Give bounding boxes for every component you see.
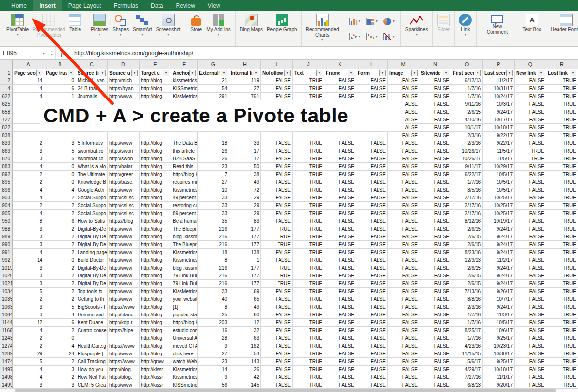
column-header-K[interactable]: K — [324, 60, 356, 69]
cell[interactable]: TRUE — [546, 178, 578, 186]
cell[interactable]: FALSE — [324, 77, 356, 85]
sparklines-button[interactable]: Sparklines▾ — [404, 13, 429, 37]
cell[interactable]: 2/6/15 — [451, 108, 483, 116]
column-header-J[interactable]: J — [293, 60, 324, 69]
cell[interactable]: 3 — [13, 241, 44, 249]
cell[interactable]: Kissmetrics — [171, 256, 198, 264]
tab-view[interactable]: View — [201, 0, 227, 11]
cell[interactable]: http://blog — [140, 256, 171, 264]
cell[interactable]: 49 percent — [171, 194, 198, 202]
cell[interactable]: 7/13/16 — [451, 288, 483, 295]
cell[interactable]: 2/6/15 — [451, 272, 483, 280]
cell[interactable]: FALSE — [515, 85, 546, 93]
cell[interactable]: FALSE — [356, 350, 388, 358]
cell[interactable]: 8 — [198, 303, 229, 311]
cell[interactable]: FALSE — [419, 124, 451, 132]
cell[interactable]: Journalis — [76, 93, 108, 100]
cell[interactable]: 2/3/16 — [451, 132, 483, 139]
cell[interactable]: TRUE — [546, 147, 578, 155]
cell[interactable]: TRUE — [546, 210, 578, 217]
cell[interactable]: FALSE — [388, 202, 419, 210]
cell[interactable]: KissMetrics — [171, 288, 198, 295]
cell[interactable]: FALSE — [324, 280, 356, 288]
cell[interactable] — [108, 334, 140, 342]
cell[interactable]: 8/23/16 — [451, 249, 483, 256]
cell[interactable]: 10/25/17 — [483, 194, 515, 202]
cell[interactable]: 8/5/16 — [451, 186, 483, 194]
cell[interactable]: FALSE — [356, 171, 388, 178]
cell[interactable]: 0 — [44, 163, 76, 171]
cell[interactable]: click here — [171, 350, 198, 358]
slicer-button[interactable]: Slicer — [436, 13, 451, 33]
cell[interactable]: The Blueprin — [171, 241, 198, 249]
cell[interactable]: FALSE — [388, 194, 419, 202]
header-cell[interactable]: New link▾ — [515, 69, 546, 77]
cell[interactable]: FALSE — [388, 241, 419, 249]
row-number[interactable]: 727 — [0, 116, 13, 124]
cell[interactable]: http://blog — [140, 147, 171, 155]
cell[interactable]: 29 — [229, 194, 261, 202]
cell[interactable]: TRUE — [546, 100, 578, 108]
cell[interactable]: 2/17/16 — [451, 210, 483, 217]
cell[interactable]: Michiel . van — [76, 77, 108, 85]
cell[interactable]: 2/6/15 — [451, 241, 483, 249]
header-cell[interactable]: Form▾ — [356, 69, 388, 77]
cell[interactable]: FALSE — [261, 342, 293, 350]
cell[interactable]: http://www — [108, 93, 140, 100]
cell[interactable]: TRUE — [293, 342, 324, 350]
row-number[interactable]: 839 — [0, 139, 13, 147]
cell[interactable]: 10/26/17 — [451, 147, 483, 155]
cell[interactable]: http://blog — [140, 194, 171, 202]
cell[interactable]: 2 — [44, 327, 76, 334]
cell[interactable]: 3 — [13, 272, 44, 280]
cell[interactable]: FALSE — [419, 327, 451, 334]
cell[interactable]: https://ryan — [108, 85, 140, 93]
cell[interactable]: FALSE — [261, 288, 293, 295]
cell[interactable]: Read this — [171, 163, 198, 171]
cell[interactable]: 5 Informativ — [76, 139, 108, 147]
cell[interactable]: restoring cus — [171, 202, 198, 210]
cell[interactable]: estudio com — [171, 327, 198, 334]
store-button[interactable]: Store — [189, 13, 203, 33]
link-button[interactable]: Link▾ — [458, 13, 473, 37]
cell[interactable]: TRUE — [546, 295, 578, 303]
cell[interactable]: FALSE — [515, 334, 546, 342]
cell[interactable]: FALSE — [515, 280, 546, 288]
cell[interactable]: http://blog — [140, 249, 171, 256]
cell[interactable]: FALSE — [388, 225, 419, 233]
row-number[interactable]: 1498 — [0, 373, 13, 381]
cell[interactable]: 177 — [229, 264, 261, 272]
cell[interactable]: FALSE — [324, 139, 356, 147]
cell[interactable]: http://csi.sc — [108, 194, 140, 202]
cell[interactable]: Digital-By-De — [76, 280, 108, 288]
cell[interactable]: 1/7/16 — [451, 311, 483, 319]
cell[interactable]: 54 — [229, 350, 261, 358]
row-number[interactable]: 903 — [0, 194, 13, 202]
row-number[interactable]: 1144 — [0, 319, 13, 327]
cell[interactable]: FALSE — [261, 155, 293, 163]
cell[interactable]: http://swon — [108, 147, 140, 155]
cell[interactable]: 8 — [13, 217, 44, 225]
cell[interactable]: TRUE — [261, 233, 293, 241]
row-number[interactable]: 1034 — [0, 288, 13, 295]
cell[interactable]: FALSE — [356, 327, 388, 334]
cell[interactable]: 2 — [44, 295, 76, 303]
cell[interactable] — [76, 334, 108, 342]
cell[interactable]: http://blog — [140, 233, 171, 241]
cell[interactable]: FALSE — [356, 303, 388, 311]
header-cell[interactable]: Last seen▾ — [483, 69, 515, 77]
cell[interactable]: FALSE — [419, 85, 451, 93]
cell[interactable]: http://blog — [140, 334, 171, 342]
namebox-caret-icon[interactable]: ▾ — [43, 51, 45, 56]
cell[interactable]: 2 — [44, 194, 76, 202]
cell[interactable]: FALSE — [324, 171, 356, 178]
cell[interactable]: 162 — [229, 342, 261, 350]
cell[interactable]: FALSE — [419, 93, 451, 100]
cell[interactable]: 14 — [13, 77, 44, 85]
header-cell[interactable]: Nofollow▾ — [261, 69, 293, 77]
cell[interactable]: The Data Beh — [171, 139, 198, 147]
tab-page-layout[interactable]: Page Layout — [62, 0, 107, 11]
row-number[interactable]: 904 — [0, 202, 13, 210]
cell[interactable]: 26 — [198, 155, 229, 163]
cell[interactable]: http://swon — [108, 155, 140, 163]
